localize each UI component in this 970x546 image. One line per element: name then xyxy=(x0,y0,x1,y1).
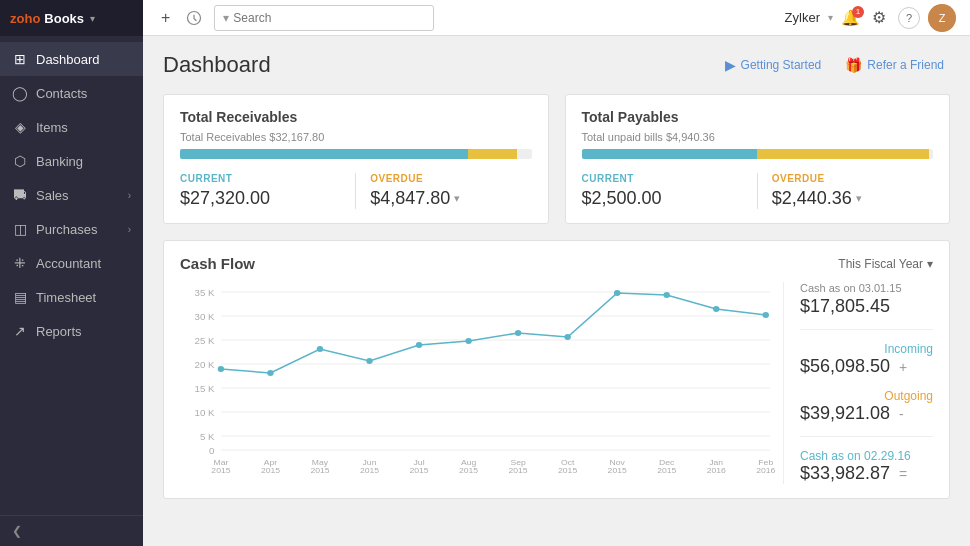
sidebar-item-banking[interactable]: ⬡ Banking xyxy=(0,144,143,178)
receivables-overdue-label: OVERDUE xyxy=(370,173,531,184)
search-icon: ▾ xyxy=(223,11,229,25)
closing-cash-value: $33,982.87 = xyxy=(800,463,933,484)
app-logo[interactable]: zoho Books ▾ xyxy=(10,11,95,26)
notification-badge: 1 xyxy=(852,6,864,18)
payables-title: Total Payables xyxy=(582,109,934,125)
user-arrow[interactable]: ▾ xyxy=(828,12,833,23)
sidebar-item-dashboard[interactable]: ⊞ Dashboard xyxy=(0,42,143,76)
svg-text:2015: 2015 xyxy=(310,465,330,475)
receivables-current-bar xyxy=(180,149,468,159)
search-box[interactable]: ▾ xyxy=(214,5,434,31)
outgoing-sign: - xyxy=(899,406,904,422)
payables-current-amount: $2,500.00 xyxy=(582,188,662,209)
svg-text:2015: 2015 xyxy=(608,465,628,475)
zoho-logo-text: zoho xyxy=(10,11,40,26)
svg-text:25 K: 25 K xyxy=(195,336,216,346)
cashflow-line xyxy=(221,293,766,373)
refer-friend-label: Refer a Friend xyxy=(867,58,944,72)
history-icon xyxy=(186,10,202,26)
settings-button[interactable]: ⚙ xyxy=(868,6,890,29)
opening-cash-label: Cash as on 03.01.15 xyxy=(800,282,933,294)
svg-text:2016: 2016 xyxy=(707,465,727,475)
closing-sign: = xyxy=(899,466,907,482)
avatar[interactable]: Z xyxy=(928,4,956,32)
sidebar-item-label: Timesheet xyxy=(36,290,96,305)
receivables-title: Total Receivables xyxy=(180,109,532,125)
chart-point xyxy=(515,330,521,336)
refer-friend-button[interactable]: 🎁 Refer a Friend xyxy=(839,53,950,77)
fiscal-year-arrow: ▾ xyxy=(927,257,933,271)
cashflow-stats: Cash as on 03.01.15 $17,805.45 Incoming … xyxy=(783,282,933,484)
incoming-amount: $56,098.50 xyxy=(800,356,890,376)
receivables-dropdown-icon[interactable]: ▾ xyxy=(454,192,460,205)
closing-cash-label: Cash as on 02.29.16 xyxy=(800,449,933,463)
svg-text:Z: Z xyxy=(939,12,946,24)
topbar-right: Zylker ▾ 🔔 1 ⚙ ? Z xyxy=(785,4,956,32)
sidebar-item-label: Reports xyxy=(36,324,82,339)
sidebar-item-purchases[interactable]: ◫ Purchases › xyxy=(0,212,143,246)
svg-text:30 K: 30 K xyxy=(195,312,216,322)
purchases-expand-icon: › xyxy=(128,224,131,235)
svg-text:2015: 2015 xyxy=(657,465,677,475)
contacts-icon: ◯ xyxy=(12,85,28,101)
cashflow-body: 35 K 30 K 25 K 20 K 15 K 10 K 5 K 0 xyxy=(180,282,933,484)
outgoing-amount: $39,921.08 xyxy=(800,403,890,423)
page-content: Dashboard ▶ Getting Started 🎁 Refer a Fr… xyxy=(143,36,970,546)
receivables-overdue-amount: $4,847.80 xyxy=(370,188,450,209)
help-button[interactable]: ? xyxy=(898,7,920,29)
payables-metric-divider xyxy=(757,173,758,209)
incoming-cash-label: Incoming xyxy=(800,342,933,356)
timesheet-icon: ▤ xyxy=(12,289,28,305)
sidebar-item-label: Dashboard xyxy=(36,52,100,67)
fiscal-year-selector[interactable]: This Fiscal Year ▾ xyxy=(838,257,933,271)
line-chart-svg: 35 K 30 K 25 K 20 K 15 K 10 K 5 K 0 xyxy=(180,282,783,482)
receivables-subtitle: Total Receivables $32,167.80 xyxy=(180,131,532,143)
svg-text:0: 0 xyxy=(209,446,214,456)
chart-point xyxy=(218,366,224,372)
payables-current-value: $2,500.00 xyxy=(582,188,743,209)
search-input[interactable] xyxy=(233,11,425,25)
incoming-cash-value: $56,098.50 + xyxy=(800,356,933,377)
sidebar-item-contacts[interactable]: ◯ Contacts xyxy=(0,76,143,110)
svg-text:35 K: 35 K xyxy=(195,288,216,298)
receivables-overdue-value: $4,847.80 ▾ xyxy=(370,188,531,209)
svg-text:2016: 2016 xyxy=(756,465,776,475)
svg-text:2015: 2015 xyxy=(558,465,578,475)
chart-point xyxy=(663,292,669,298)
closing-amount: $33,982.87 xyxy=(800,463,890,483)
notification-button[interactable]: 🔔 1 xyxy=(841,9,860,27)
receivables-current-label: CURRENT xyxy=(180,173,341,184)
outgoing-cash-label: Outgoing xyxy=(800,389,933,403)
sidebar-item-items[interactable]: ◈ Items xyxy=(0,110,143,144)
history-button[interactable] xyxy=(182,8,206,28)
sidebar-header: zoho Books ▾ xyxy=(0,0,143,36)
sidebar-item-accountant[interactable]: ⁜ Accountant xyxy=(0,246,143,280)
opening-cash-value: $17,805.45 xyxy=(800,296,933,317)
avatar-image: Z xyxy=(928,4,956,32)
header-actions: ▶ Getting Started 🎁 Refer a Friend xyxy=(719,53,950,77)
sidebar-item-label: Purchases xyxy=(36,222,97,237)
sidebar-item-timesheet[interactable]: ▤ Timesheet xyxy=(0,280,143,314)
receivables-card: Total Receivables Total Receivables $32,… xyxy=(163,94,549,224)
sidebar-item-label: Banking xyxy=(36,154,83,169)
cash-divider-2 xyxy=(800,436,933,437)
receivables-progress-bar xyxy=(180,149,532,159)
page-header: Dashboard ▶ Getting Started 🎁 Refer a Fr… xyxy=(163,52,950,78)
incoming-cash-stat: Incoming $56,098.50 + xyxy=(800,342,933,377)
svg-text:2015: 2015 xyxy=(409,465,429,475)
sidebar-item-reports[interactable]: ↗ Reports xyxy=(0,314,143,348)
sidebar-item-sales[interactable]: ⛟ Sales › xyxy=(0,178,143,212)
sidebar-item-label: Contacts xyxy=(36,86,87,101)
payables-overdue-bar xyxy=(757,149,929,159)
sidebar-collapse-button[interactable]: ❮ xyxy=(0,515,143,546)
metric-divider xyxy=(355,173,356,209)
payables-metrics: CURRENT $2,500.00 OVERDUE $2,440.36 ▾ xyxy=(582,173,934,209)
payables-dropdown-icon[interactable]: ▾ xyxy=(856,192,862,205)
add-button[interactable]: + xyxy=(157,7,174,29)
getting-started-button[interactable]: ▶ Getting Started xyxy=(719,53,828,77)
payables-current-metric: CURRENT $2,500.00 xyxy=(582,173,743,209)
payables-subtitle: Total unpaid bills $4,940.36 xyxy=(582,131,934,143)
chart-grid xyxy=(221,292,770,450)
receivables-overdue-bar xyxy=(468,149,517,159)
chart-point xyxy=(763,312,769,318)
